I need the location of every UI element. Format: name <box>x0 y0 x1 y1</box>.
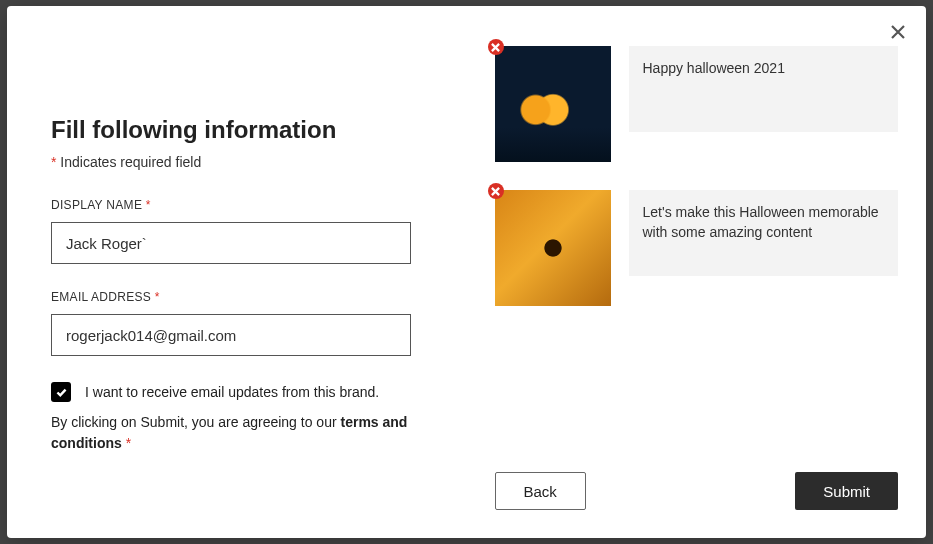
form-heading: Fill following information <box>51 116 423 144</box>
submit-button[interactable]: Submit <box>795 472 898 510</box>
upload-item: Let's make this Halloween memorable with… <box>495 190 899 306</box>
uploads-panel: Happy halloween 2021 Let's make this Hal… <box>467 6 927 538</box>
back-button[interactable]: Back <box>495 472 586 510</box>
email-updates-label: I want to receive email updates from thi… <box>85 384 379 400</box>
email-label: EMAIL ADDRESS * <box>51 290 423 304</box>
remove-upload-icon[interactable] <box>488 39 504 55</box>
upload-thumbnail <box>495 46 611 162</box>
remove-upload-icon[interactable] <box>488 183 504 199</box>
upload-item: Happy halloween 2021 <box>495 46 899 162</box>
terms-note: By clicking on Submit, you are agreeing … <box>51 412 411 454</box>
upload-caption[interactable]: Happy halloween 2021 <box>629 46 899 132</box>
display-name-label: DISPLAY NAME * <box>51 198 423 212</box>
action-bar: Back Submit <box>495 472 899 538</box>
email-updates-checkbox[interactable] <box>51 382 71 402</box>
submission-modal: Fill following information * Indicates r… <box>7 6 926 538</box>
upload-thumbnail <box>495 190 611 306</box>
upload-caption[interactable]: Let's make this Halloween memorable with… <box>629 190 899 276</box>
upload-list: Happy halloween 2021 Let's make this Hal… <box>495 46 899 472</box>
form-panel: Fill following information * Indicates r… <box>7 6 467 538</box>
required-note: * Indicates required field <box>51 154 423 170</box>
display-name-input[interactable] <box>51 222 411 264</box>
email-input[interactable] <box>51 314 411 356</box>
